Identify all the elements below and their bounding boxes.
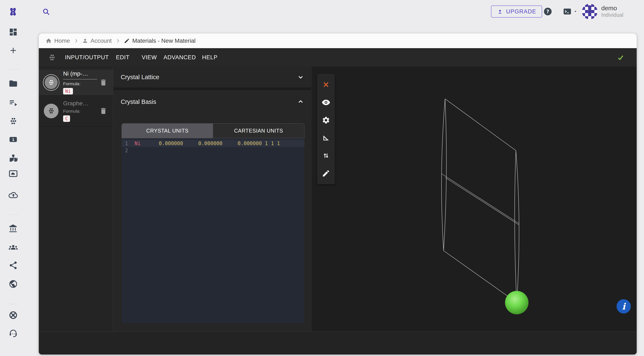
sidebar-item-explore[interactable] bbox=[8, 279, 18, 289]
sidebar-item-import[interactable] bbox=[8, 190, 18, 200]
upload-icon bbox=[497, 8, 503, 15]
sidebar-item-support[interactable] bbox=[8, 328, 18, 338]
terminal-icon bbox=[562, 7, 572, 16]
element-token: Ni bbox=[134, 141, 141, 146]
globe-icon bbox=[8, 279, 18, 289]
mat3ra-logo-icon bbox=[7, 6, 19, 17]
crystal-scene[interactable] bbox=[312, 67, 637, 332]
page-title: Materials - New Material bbox=[132, 37, 196, 44]
user-info[interactable]: demo Individual bbox=[601, 4, 624, 18]
gear-icon bbox=[322, 116, 330, 124]
tab-cartesian-units[interactable]: CARTESIAN UNITS bbox=[213, 124, 304, 138]
chevron-right-icon bbox=[115, 38, 120, 43]
upgrade-button[interactable]: UPGRADE bbox=[491, 5, 542, 17]
sidebar-item-create[interactable] bbox=[8, 46, 18, 55]
tree-icon bbox=[8, 154, 18, 163]
settings-button[interactable] bbox=[321, 115, 331, 125]
material-item-graphene[interactable]: Graphe… Formula: C bbox=[39, 96, 113, 127]
material-item-ni[interactable]: Ni (mp-… Formula: Ni bbox=[39, 69, 113, 96]
dashboard-icon bbox=[8, 27, 18, 37]
image-cloud-icon bbox=[8, 169, 18, 178]
crystal-basis-title: Crystal Basis bbox=[121, 98, 156, 105]
user-avatar[interactable] bbox=[582, 4, 598, 19]
menu-advanced[interactable]: ADVANCED bbox=[164, 48, 196, 67]
structure-viewer[interactable]: i bbox=[312, 67, 637, 332]
help-button[interactable]: ? bbox=[543, 7, 552, 16]
basis-code-editor[interactable]: 1Ni 0.000000 0.000000 0.000000 1 1 1 2 bbox=[122, 138, 304, 323]
visibility-button[interactable] bbox=[321, 97, 331, 107]
search-icon bbox=[42, 7, 50, 16]
measure-button[interactable] bbox=[321, 133, 331, 143]
formula-label: Formula: bbox=[63, 81, 99, 86]
headset-icon bbox=[8, 329, 18, 338]
cluster-dots-icon bbox=[8, 117, 18, 126]
unit-cell-wireframe bbox=[442, 99, 519, 303]
breadcrumb-home-label: Home bbox=[54, 37, 70, 44]
sidebar-item-designer[interactable] bbox=[8, 169, 18, 178]
cluster-dots-icon bbox=[48, 79, 55, 86]
chevron-up-icon bbox=[297, 98, 304, 105]
save-check-button[interactable] bbox=[616, 53, 625, 62]
sidebar-item-workflows[interactable] bbox=[8, 153, 18, 163]
swap-vertical-icon bbox=[322, 151, 330, 160]
sidebar-item-materials[interactable] bbox=[8, 116, 18, 126]
info-button[interactable]: i bbox=[616, 299, 631, 314]
units-tabbar: CRYSTAL UNITS CARTESIAN UNITS bbox=[122, 123, 304, 138]
breadcrumb-account-label: Account bbox=[90, 37, 112, 44]
info-icon: i bbox=[622, 301, 625, 312]
crystal-lattice-header[interactable]: Crystal Lattice bbox=[113, 67, 312, 88]
sidebar-item-learn[interactable] bbox=[8, 310, 18, 320]
tab-crystal-units[interactable]: CRYSTAL UNITS bbox=[122, 124, 213, 138]
materials-list: Ni (mp-… Formula: Ni Graphe… Formula: bbox=[39, 67, 113, 332]
folder-icon bbox=[8, 79, 18, 88]
line-number: 1 bbox=[125, 140, 134, 147]
sidebar-item-jobs[interactable] bbox=[8, 98, 18, 107]
material-text: Graphe… Formula: C bbox=[59, 100, 99, 122]
app-sidebar: 1 bbox=[0, 0, 27, 356]
mat3ra-logo[interactable] bbox=[7, 6, 19, 17]
breadcrumb-account[interactable]: Account bbox=[82, 37, 112, 44]
edit-structure-button[interactable] bbox=[321, 168, 331, 178]
people-icon bbox=[8, 243, 18, 252]
editor-card: Home Account Materials - New Material IN… bbox=[39, 33, 637, 354]
person-icon bbox=[82, 38, 88, 44]
search-button[interactable] bbox=[41, 7, 51, 17]
crystal-lattice-section: Crystal Lattice bbox=[113, 67, 312, 88]
atom-sphere-ni[interactable] bbox=[505, 291, 528, 314]
swap-axes-button[interactable] bbox=[321, 151, 331, 161]
menubar-cluster-button[interactable] bbox=[47, 53, 57, 62]
material-name[interactable]: Ni (mp-… bbox=[63, 70, 97, 79]
bank-icon bbox=[8, 224, 18, 233]
playlist-play-icon bbox=[8, 98, 18, 107]
check-icon bbox=[616, 53, 625, 62]
menu-view[interactable]: VIEW bbox=[142, 48, 157, 67]
material-menubar: INPUT/OUTPUT EDIT VIEW ADVANCED HELP bbox=[39, 48, 637, 67]
menu-edit[interactable]: EDIT bbox=[116, 48, 130, 67]
material-text: Ni (mp-… Formula: Ni bbox=[59, 70, 99, 94]
delete-material-button[interactable] bbox=[99, 106, 108, 116]
upgrade-label: UPGRADE bbox=[506, 8, 536, 15]
close-viewer-button[interactable] bbox=[321, 80, 331, 90]
material-name[interactable]: Graphe… bbox=[63, 100, 99, 107]
help-icon: ? bbox=[543, 7, 552, 16]
sidebar-divider bbox=[8, 69, 18, 70]
menu-help[interactable]: HELP bbox=[202, 48, 218, 67]
cluster-dots-icon bbox=[48, 53, 56, 62]
sidebar-item-share[interactable] bbox=[8, 260, 18, 270]
sidebar-item-bank[interactable]: 1 bbox=[8, 135, 18, 144]
breadcrumb-home[interactable]: Home bbox=[46, 37, 70, 44]
formula-label: Formula: bbox=[63, 109, 99, 114]
sidebar-item-teams[interactable] bbox=[8, 242, 18, 252]
crystal-basis-header[interactable]: Crystal Basis bbox=[113, 90, 312, 114]
material-avatar bbox=[43, 74, 59, 91]
number-one-icon: 1 bbox=[8, 135, 18, 144]
sidebar-item-dashboard[interactable] bbox=[8, 27, 18, 37]
delete-material-button[interactable] bbox=[99, 78, 108, 87]
sidebar-item-projects[interactable] bbox=[8, 79, 18, 88]
menu-input-output[interactable]: INPUT/OUTPUT bbox=[65, 48, 109, 67]
eye-icon bbox=[322, 98, 330, 107]
code-line: 2 bbox=[122, 147, 304, 154]
console-button[interactable] bbox=[562, 7, 578, 16]
material-avatar bbox=[43, 103, 59, 119]
sidebar-item-organization[interactable] bbox=[8, 224, 18, 233]
